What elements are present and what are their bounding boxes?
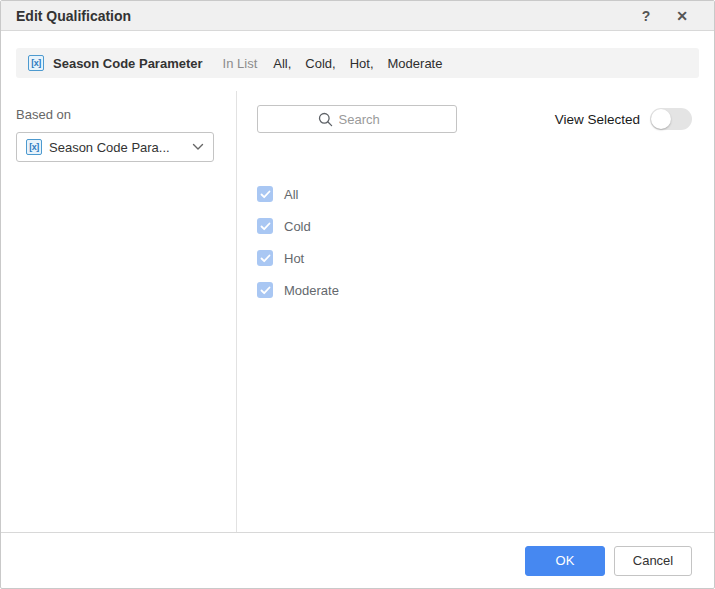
checkbox-checked-icon[interactable]	[257, 282, 273, 298]
search-input[interactable]	[339, 112, 397, 127]
summary-operator: In List	[223, 56, 258, 71]
summary-section: [x] Season Code Parameter In List All,Co…	[1, 31, 714, 91]
checkbox-label: All	[284, 187, 298, 202]
summary-value: Hot,	[350, 56, 374, 71]
dialog-title: Edit Qualification	[16, 8, 131, 24]
parameter-icon: [x]	[28, 55, 44, 71]
toggle-knob	[651, 109, 671, 129]
checkbox-list: AllColdHotModerate	[257, 178, 692, 306]
qualification-summary-bar: [x] Season Code Parameter In List All,Co…	[16, 48, 699, 78]
view-selected-label: View Selected	[555, 112, 640, 127]
dialog-titlebar: Edit Qualification ? ✕	[1, 1, 714, 31]
dialog-footer: OK Cancel	[1, 532, 714, 588]
checkbox-checked-icon[interactable]	[257, 218, 273, 234]
summary-value: All,	[273, 56, 291, 71]
ok-button[interactable]: OK	[525, 546, 605, 576]
parameter-icon: [x]	[26, 139, 42, 155]
left-panel: Based on [x] Season Code Para...	[1, 91, 237, 532]
based-on-dropdown-value: Season Code Para...	[49, 140, 185, 155]
checkbox-label: Moderate	[284, 283, 339, 298]
summary-value: Cold,	[305, 56, 335, 71]
search-box[interactable]	[257, 105, 457, 133]
checkbox-row[interactable]: Hot	[257, 242, 692, 274]
chevron-down-icon	[192, 143, 204, 151]
right-panel: View Selected AllColdHotModerate	[237, 91, 714, 532]
checkbox-row[interactable]: Moderate	[257, 274, 692, 306]
summary-value: Moderate	[388, 56, 443, 71]
summary-attribute-name: Season Code Parameter	[53, 56, 203, 71]
edit-qualification-dialog: Edit Qualification ? ✕ [x] Season Code P…	[0, 0, 715, 589]
cancel-button[interactable]: Cancel	[614, 546, 692, 576]
search-icon	[318, 112, 333, 127]
help-icon[interactable]: ?	[640, 7, 653, 25]
dialog-body: Based on [x] Season Code Para... Vi	[1, 91, 714, 532]
based-on-label: Based on	[16, 107, 221, 122]
checkbox-row[interactable]: Cold	[257, 210, 692, 242]
view-selected-control: View Selected	[555, 108, 692, 130]
close-icon[interactable]: ✕	[674, 7, 690, 25]
checkbox-row[interactable]: All	[257, 178, 692, 210]
checkbox-checked-icon[interactable]	[257, 250, 273, 266]
checkbox-label: Hot	[284, 251, 304, 266]
view-selected-toggle[interactable]	[650, 108, 692, 130]
summary-values: All,Cold,Hot,Moderate	[273, 56, 442, 71]
checkbox-checked-icon[interactable]	[257, 186, 273, 202]
checkbox-label: Cold	[284, 219, 311, 234]
titlebar-actions: ? ✕	[640, 7, 690, 25]
based-on-dropdown[interactable]: [x] Season Code Para...	[16, 132, 214, 162]
right-panel-toolbar: View Selected	[257, 105, 692, 133]
